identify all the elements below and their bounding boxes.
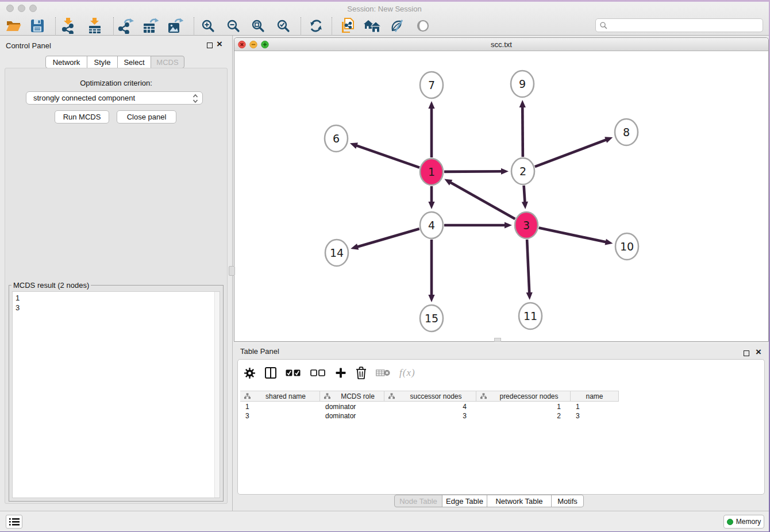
export-table-button[interactable] <box>141 17 160 34</box>
close-panel-button[interactable]: Close panel <box>117 110 176 124</box>
float-panel-icon[interactable] <box>207 43 213 48</box>
graph-node-1[interactable]: 1 <box>420 159 443 185</box>
zoom-out-button[interactable] <box>224 17 242 34</box>
birds-eye-view-button[interactable] <box>414 17 432 34</box>
duplicate-network-button[interactable] <box>338 17 357 34</box>
open-session-button[interactable] <box>4 17 22 34</box>
graph-edge-1-6[interactable] <box>350 142 419 167</box>
graph-edge-3-10[interactable] <box>539 228 613 245</box>
splitter-handle[interactable] <box>229 266 235 276</box>
table-cell[interactable]: dominator <box>320 411 384 421</box>
graph-node-3[interactable]: 3 <box>515 212 538 238</box>
graph-node-2[interactable]: 2 <box>511 158 534 184</box>
hide-columns-button[interactable] <box>310 369 326 377</box>
tab-node-table[interactable]: Node Table <box>394 495 442 507</box>
graph-edge-3-1[interactable] <box>444 179 515 219</box>
run-mcds-button[interactable]: Run MCDS <box>55 110 109 124</box>
import-network-button[interactable] <box>59 17 78 34</box>
home-button[interactable] <box>363 17 382 34</box>
close-panel-icon[interactable]: × <box>756 346 761 358</box>
table-cell[interactable]: 1 <box>571 402 619 411</box>
network-window-titlebar[interactable]: scc.txt <box>234 38 768 51</box>
tab-select[interactable]: Select <box>117 56 151 68</box>
table-settings-button[interactable] <box>244 367 256 379</box>
table-cell[interactable]: 2 <box>476 411 571 421</box>
search-field[interactable] <box>595 18 763 32</box>
arrowhead-icon <box>605 239 613 245</box>
toggle-graphics-details-button[interactable] <box>388 17 407 34</box>
graph-edge-4-3[interactable] <box>444 222 512 228</box>
network-window-title: scc.txt <box>234 40 768 49</box>
save-session-button[interactable] <box>28 17 47 34</box>
table-cell[interactable]: 3 <box>384 411 476 421</box>
memory-button[interactable]: Memory <box>723 515 764 529</box>
table-cell[interactable]: 1 <box>240 402 320 411</box>
refresh-network-button[interactable] <box>307 17 325 34</box>
column-header-MCDS-role[interactable]: MCDS role <box>320 391 384 401</box>
column-browser-button[interactable] <box>265 367 276 379</box>
tab-style[interactable]: Style <box>87 56 118 68</box>
graph-node-10[interactable]: 10 <box>615 233 638 260</box>
mcds-result-line: 1 <box>16 293 220 303</box>
table-cell[interactable]: 3 <box>571 411 619 421</box>
table-cell[interactable]: 3 <box>240 411 320 421</box>
scrollbar[interactable] <box>214 292 220 498</box>
graph-edge-2-8[interactable] <box>535 137 613 167</box>
graph-edge-4-14[interactable] <box>351 229 419 250</box>
graph-node-4[interactable]: 4 <box>420 212 443 238</box>
graph-edge-1-4[interactable] <box>428 186 434 209</box>
table-cell[interactable]: 1 <box>476 402 571 411</box>
tab-network[interactable]: Network <box>45 56 87 68</box>
function-builder-button[interactable]: f(x) <box>399 367 415 379</box>
tab-motifs[interactable]: Motifs <box>551 495 584 507</box>
export-image-button[interactable] <box>166 17 184 34</box>
delete-table-button[interactable] <box>376 368 390 377</box>
import-table-button[interactable] <box>86 17 104 34</box>
criterion-dropdown[interactable]: strongly connected component <box>26 91 203 105</box>
column-header-name[interactable]: name <box>571 391 619 401</box>
zoom-selected-button[interactable] <box>274 17 292 34</box>
search-input[interactable] <box>610 21 763 29</box>
node-label: 3 <box>523 219 530 232</box>
graph-edge-2-9[interactable] <box>519 100 526 157</box>
graph-node-9[interactable]: 9 <box>511 71 534 97</box>
network-canvas[interactable]: 1234678910111415 <box>235 52 769 341</box>
tab-edge-table[interactable]: Edge Table <box>442 495 487 507</box>
graph-edge-3-11[interactable] <box>526 240 533 300</box>
tab-mcds[interactable]: MCDS <box>151 56 184 68</box>
graph-node-15[interactable]: 15 <box>420 305 443 331</box>
zoom-fit-button[interactable] <box>249 17 267 34</box>
graph-edge-4-15[interactable] <box>428 240 434 302</box>
table-cell[interactable]: 4 <box>384 402 476 411</box>
tab-network-table[interactable]: Network Table <box>487 495 552 507</box>
arrowhead-icon <box>605 137 613 142</box>
column-header-predecessor-nodes[interactable]: predecessor nodes <box>476 391 571 401</box>
graph-edge-2-3[interactable] <box>522 186 528 209</box>
optimization-criterion-label: Optimization criterion: <box>5 79 227 87</box>
node-label: 2 <box>519 165 526 178</box>
zoom-in-button[interactable] <box>199 17 217 34</box>
graph-node-14[interactable]: 14 <box>325 240 348 266</box>
export-network-button[interactable] <box>117 17 135 34</box>
show-columns-button[interactable] <box>286 369 301 377</box>
delete-columns-button[interactable] <box>356 367 367 379</box>
column-header-shared-name[interactable]: shared name <box>240 391 320 401</box>
task-history-button[interactable] <box>6 515 22 529</box>
graph-node-6[interactable]: 6 <box>325 125 348 152</box>
splitter-handle[interactable] <box>494 338 501 342</box>
create-column-button[interactable] <box>335 367 346 379</box>
graph-edge-1-7[interactable] <box>428 101 434 157</box>
mcds-result-text[interactable]: 13 <box>12 291 220 498</box>
table-row[interactable]: 1dominator411 <box>240 402 763 411</box>
table-cell[interactable]: dominator <box>320 402 384 411</box>
graph-node-7[interactable]: 7 <box>420 72 443 98</box>
graph-node-11[interactable]: 11 <box>519 303 542 329</box>
close-panel-icon[interactable]: × <box>217 38 222 50</box>
graph-edge-1-2[interactable] <box>444 168 509 175</box>
table-row[interactable]: 3dominator323 <box>240 411 763 421</box>
float-panel-icon[interactable] <box>744 350 749 356</box>
column-header-successor-nodes[interactable]: successor nodes <box>384 391 476 401</box>
search-icon <box>600 22 607 29</box>
graph-node-8[interactable]: 8 <box>615 119 638 145</box>
birds-eye-view-icon <box>416 19 430 33</box>
